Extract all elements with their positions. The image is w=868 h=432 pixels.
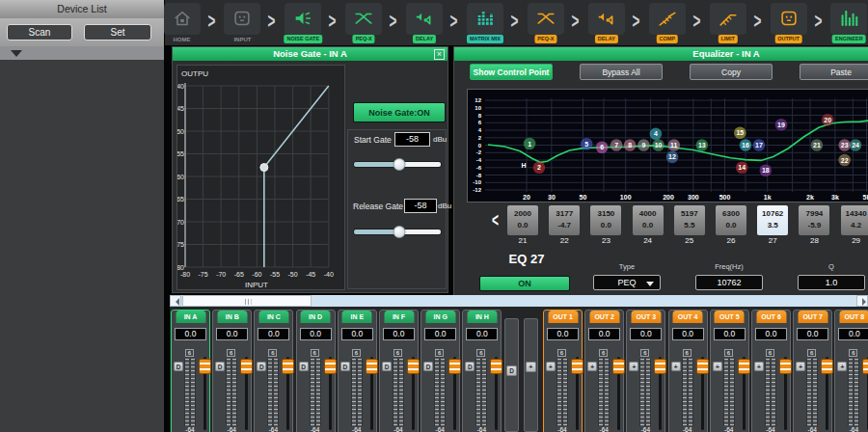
channel-tab[interactable]: OUT 2	[589, 310, 619, 323]
fader-handle[interactable]	[490, 359, 502, 374]
channel-btn-D[interactable]: D	[340, 362, 350, 371]
channel-tab[interactable]: OUT 6	[756, 310, 786, 323]
eq-band-cell-25[interactable]: 51975.5	[674, 205, 705, 235]
start-gate-slider[interactable]	[353, 161, 442, 168]
eq-control-point-22[interactable]: 22	[838, 154, 851, 167]
fader-handle[interactable]	[199, 359, 211, 374]
toolbar-item-comp[interactable]: COMP	[649, 3, 686, 43]
fader-handle[interactable]	[654, 359, 666, 374]
release-gate-value[interactable]: -58	[404, 199, 437, 213]
eq-control-point-6[interactable]: 6	[596, 142, 609, 154]
eq-band-cell-29[interactable]: 143404.2	[841, 205, 868, 235]
toolbar-item-delay-output[interactable]: DELAY	[588, 3, 625, 43]
eq-control-point-14[interactable]: 14	[736, 162, 748, 175]
close-icon[interactable]: ×	[434, 49, 445, 60]
fader-handle[interactable]	[324, 359, 337, 374]
channel-btn-D[interactable]: D	[382, 362, 392, 371]
channel-btn-plus[interactable]: +	[837, 362, 847, 371]
device-list-expander[interactable]	[0, 46, 164, 60]
channel-tab[interactable]: IN C	[258, 310, 288, 323]
toolbar-item-engineer[interactable]: ENGINEER	[830, 3, 867, 43]
start-gate-slider-handle[interactable]	[393, 158, 405, 171]
set-button[interactable]: Set	[84, 24, 151, 40]
fader-handle[interactable]	[779, 359, 792, 374]
eq-control-point-21[interactable]: 21	[811, 139, 824, 151]
fader-handle[interactable]	[862, 359, 868, 374]
fader-handle[interactable]	[696, 359, 709, 374]
scan-button[interactable]: Scan	[7, 24, 72, 40]
toolbar-item-delay-input[interactable]: DELAY	[406, 3, 443, 43]
channel-btn-D[interactable]: D	[465, 362, 475, 371]
channel-tab[interactable]: OUT 8	[839, 310, 868, 323]
eq-band-cell-21[interactable]: 20000.0	[507, 205, 538, 235]
show-control-point-button[interactable]: Show Control Point	[470, 64, 553, 80]
fader-handle[interactable]	[821, 359, 833, 374]
channel-btn-plus[interactable]: +	[713, 362, 722, 371]
channel-btn-plus[interactable]: +	[546, 362, 556, 371]
eq-control-point-9[interactable]: 9	[637, 139, 650, 151]
toolbar-item-peq-x-output[interactable]: PEQ-X	[528, 3, 564, 43]
eq-band-cell-23[interactable]: 31500.0	[590, 205, 621, 235]
eq-control-point-11[interactable]: 11	[668, 139, 681, 151]
channel-btn-D[interactable]: D	[257, 362, 266, 371]
release-gate-slider[interactable]	[353, 229, 442, 235]
eq-control-point-13[interactable]: 13	[696, 139, 709, 151]
channel-btn-plus[interactable]: +	[629, 362, 638, 371]
channel-btn-D[interactable]: D	[215, 362, 225, 371]
noise-gate-power-button[interactable]: Noise Gate:ON	[353, 102, 446, 122]
toolbar-item-matrix-mix[interactable]: MATRIX MIX	[467, 3, 503, 43]
channel-btn-plus[interactable]: +	[754, 362, 764, 371]
channel-tab[interactable]: OUT 3	[631, 310, 661, 323]
fader-handle[interactable]	[407, 359, 420, 374]
bypass-all-button[interactable]: Bypass All	[580, 64, 663, 80]
q-input[interactable]: 1.0	[798, 275, 865, 290]
channel-btn-D[interactable]: D	[423, 362, 433, 371]
fader-handle[interactable]	[240, 359, 253, 374]
scrollbar-thumb[interactable]	[182, 295, 312, 307]
fader-handle[interactable]	[366, 359, 378, 374]
start-gate-value[interactable]: -58	[394, 132, 430, 147]
eq-control-point-18[interactable]: 18	[760, 165, 773, 177]
eq-band-cell-24[interactable]: 40000.0	[633, 205, 664, 235]
eq-power-button[interactable]: ON	[479, 276, 570, 291]
channel-btn-D[interactable]: D	[299, 362, 309, 371]
eq-band-cell-27[interactable]: 107623.5	[757, 205, 788, 235]
fader-handle[interactable]	[282, 359, 294, 374]
channel-btn-plus[interactable]: +	[796, 362, 805, 371]
eq-control-point-17[interactable]: 17	[753, 139, 766, 151]
scroll-left-arrow-icon[interactable]	[170, 295, 181, 307]
channel-tab[interactable]: OUT 1	[548, 310, 578, 323]
toolbar-item-peq-x-input[interactable]: PEQ-X	[345, 3, 382, 43]
freq-input[interactable]: 10762	[695, 275, 763, 290]
eq-control-point-5[interactable]: 5	[581, 138, 593, 150]
scroll-right-arrow-icon[interactable]	[856, 295, 868, 307]
eq-control-point-16[interactable]: 16	[740, 139, 752, 151]
eq-control-point-10[interactable]: 10	[652, 139, 665, 151]
channel-tab[interactable]: IN G	[425, 310, 455, 323]
eq-control-point-19[interactable]: 19	[775, 119, 788, 131]
master-btn-D[interactable]: D	[506, 365, 517, 376]
copy-button[interactable]: Copy	[690, 64, 773, 80]
eq-control-point-24[interactable]: 24	[850, 139, 862, 151]
eq-response-graph[interactable]: 121086420-2-4-6-8-10-1220305010020030050…	[467, 89, 868, 202]
release-gate-slider-handle[interactable]	[393, 226, 405, 238]
eq-band-cell-22[interactable]: 3177-4.7	[549, 205, 580, 235]
toolbar-item-limit[interactable]: LIMIT	[710, 3, 746, 43]
channel-tab[interactable]: IN A	[176, 310, 205, 323]
eq-band-cell-26[interactable]: 63000.0	[716, 205, 746, 235]
eq-control-point-23[interactable]: 23	[838, 139, 851, 151]
fader-handle[interactable]	[738, 359, 750, 374]
horizontal-scrollbar[interactable]	[170, 295, 868, 307]
paste-button[interactable]: Paste	[800, 64, 868, 80]
eq-control-point-8[interactable]: 8	[624, 139, 637, 151]
channel-tab[interactable]: OUT 4	[673, 310, 703, 323]
channel-tab[interactable]: IN F	[384, 310, 414, 323]
channel-btn-D[interactable]: D	[174, 362, 183, 371]
eq-control-point-15[interactable]: 15	[734, 126, 746, 139]
eq-control-point-12[interactable]: 12	[666, 151, 679, 164]
master-btn-plus[interactable]: +	[526, 362, 536, 372]
channel-tab[interactable]: IN B	[217, 310, 247, 323]
eq-control-point-1[interactable]: 1	[524, 138, 536, 150]
fader-handle[interactable]	[612, 359, 625, 374]
fader-handle[interactable]	[571, 359, 583, 374]
